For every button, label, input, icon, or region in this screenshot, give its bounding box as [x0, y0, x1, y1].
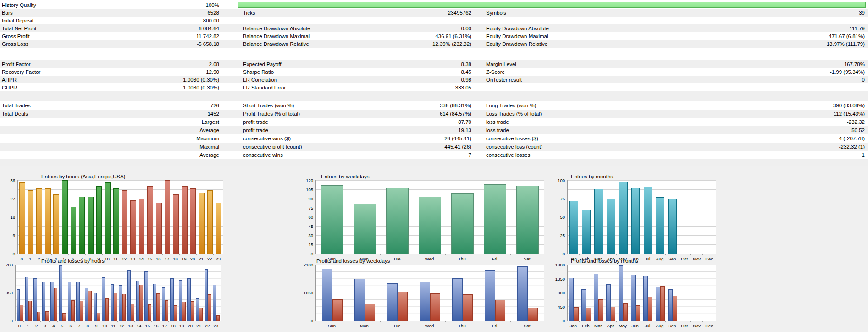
bar	[122, 190, 127, 254]
bar-slot-Feb	[580, 265, 592, 321]
bar-slot-Jul	[642, 180, 654, 254]
x-axis-tick-label: 16	[152, 323, 160, 328]
bar-slot-6	[69, 180, 78, 254]
bar	[196, 298, 199, 321]
bar-slot-22	[206, 180, 215, 254]
bar	[71, 300, 74, 321]
x-axis-tick-label: Apr	[604, 323, 617, 328]
stat-value: -5 658.18	[0, 40, 219, 48]
stat-value: 26 (445.41)	[243, 134, 471, 143]
table-row: Maximalconsecutive profit (count)445.41 …	[0, 143, 868, 151]
x-axis-tick-label: 14	[135, 323, 144, 328]
x-axis-tick-label: Nov	[691, 323, 703, 328]
bar	[119, 285, 122, 321]
y-axis-tick-label: 0	[299, 251, 313, 256]
y-axis-tick-label: 2100	[299, 262, 313, 267]
x-axis-tick-label: 18	[171, 256, 180, 261]
bar-slot-Sep	[666, 265, 679, 321]
bar-slot-10	[103, 180, 112, 254]
x-axis-tick-label: 0	[17, 256, 26, 261]
bar	[354, 279, 365, 321]
bar	[569, 201, 578, 254]
bar	[131, 304, 134, 321]
bar-slot-12	[118, 265, 127, 321]
y-axis-tick-label: 50	[550, 215, 565, 220]
bar	[85, 288, 88, 321]
table-row: History Quality100%	[0, 1, 868, 9]
bar-slot-23	[214, 180, 223, 254]
bar-slot-Aug	[654, 265, 666, 321]
bar	[484, 184, 506, 254]
x-axis-tick-label: Fri	[478, 323, 511, 328]
chart-title-entries-by-hours: Entries by hours (Asia,Europe,USA)	[41, 174, 125, 179]
stat-value: Maximum	[0, 134, 219, 143]
y-axis-tick-label: 25	[550, 233, 565, 238]
bar	[45, 188, 51, 254]
x-axis-tick-label: Dec	[703, 256, 715, 261]
bar	[643, 276, 648, 321]
stat-value: 1452	[0, 110, 219, 118]
bar-slot-8	[86, 180, 95, 254]
x-axis-labels: 01234567891011121314151617181920212223	[15, 323, 220, 328]
bar	[50, 282, 54, 321]
chart-title-entries-by-months: Entries by months	[571, 174, 613, 179]
stat-value: 111.79	[486, 24, 865, 32]
x-axis-tick-label: 16	[154, 256, 163, 261]
bar	[148, 304, 151, 321]
charts-area: Entries by hours (Asia,Europe,USA)091827…	[0, 166, 868, 332]
x-axis-ticks	[15, 321, 220, 322]
y-axis-tick-label: 75	[299, 205, 313, 210]
stat-value: 23495762	[243, 9, 471, 17]
x-axis-labels: SunMonTueWedThuFriSat	[315, 323, 543, 328]
y-axis-tick-label: 900	[550, 290, 565, 295]
x-axis-tick-label: Jul	[641, 256, 654, 261]
stat-value: 8.45	[243, 68, 471, 76]
chart-plot-entries-by-hours	[17, 180, 223, 254]
bar	[213, 285, 216, 321]
bar-slot-21	[195, 265, 204, 321]
bar-slot-Tue	[381, 265, 414, 321]
stat-value: 336 (86.31%)	[243, 101, 471, 110]
bar	[153, 284, 156, 321]
bar-slot-22	[204, 265, 212, 321]
stat-value: 390 (83.08%)	[486, 101, 865, 110]
x-axis-tick-label: 15	[145, 256, 154, 261]
stat-value: 0	[486, 76, 865, 83]
bar	[199, 193, 205, 254]
y-axis-tick-label: 0	[0, 318, 13, 323]
stat-value: 8.38	[243, 60, 471, 68]
bar	[165, 300, 168, 321]
x-axis-tick-label: 4	[50, 323, 58, 328]
bar	[516, 186, 538, 254]
bar	[430, 293, 441, 321]
x-axis-tick-label: 13	[128, 256, 137, 261]
bar	[321, 185, 343, 254]
x-axis-tick-label: Tue	[381, 323, 413, 328]
x-axis-tick-label: 21	[197, 256, 205, 261]
x-axis-tick-label: 7	[75, 323, 83, 328]
bar-slot-Mar	[592, 265, 605, 321]
stat-value: Average	[0, 126, 219, 134]
x-axis-tick-label: Sat	[511, 323, 543, 328]
bar-slot-0	[18, 180, 27, 254]
bar	[28, 301, 32, 321]
y-axis-tick-label: 1350	[550, 277, 565, 282]
stat-value: 1	[486, 151, 865, 159]
bar	[139, 285, 143, 321]
x-axis-ticks	[567, 321, 715, 322]
x-axis-ticks	[17, 254, 222, 255]
bar	[574, 307, 578, 321]
bar	[19, 182, 25, 254]
x-axis-tick-label: 22	[203, 323, 212, 328]
bar-slot-10	[101, 265, 110, 321]
y-axis-tick-label: 1050	[299, 290, 313, 295]
bar	[581, 289, 586, 321]
bar	[656, 287, 660, 321]
stat-value: 6528	[0, 9, 219, 17]
y-axis-tick-label: 1800	[550, 262, 565, 267]
bar-slot-20	[187, 265, 195, 321]
table-row: Largestprofit trade87.70loss trade-232.3…	[0, 118, 868, 126]
bar	[611, 307, 615, 321]
stat-value: 1.0030 (0.30%)	[0, 83, 219, 91]
bar	[216, 315, 220, 321]
